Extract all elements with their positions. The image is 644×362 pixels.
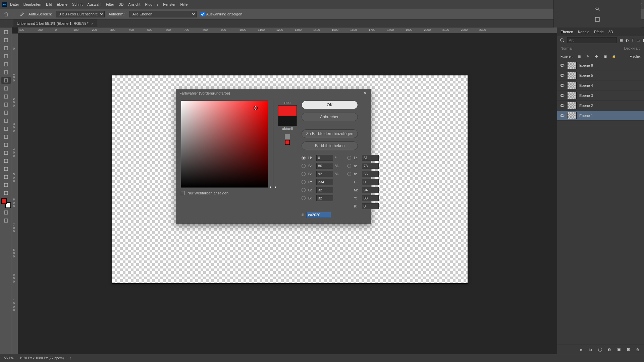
eyedropper-icon[interactable] (18, 11, 24, 17)
sample-size-select[interactable]: 3 x 3 Pixel Durchschnitt (56, 11, 105, 17)
search-icon[interactable] (594, 6, 600, 12)
menu-3d[interactable]: 3D (119, 2, 123, 6)
input-H[interactable] (316, 155, 333, 161)
cancel-button[interactable]: Abbrechen (302, 113, 358, 121)
menu-ansicht[interactable]: Ansicht (128, 2, 140, 6)
input-G[interactable] (316, 187, 333, 193)
menu-auswahl[interactable]: Auswahl (87, 2, 101, 6)
frame-tool[interactable] (1, 69, 11, 76)
dialog-close-icon[interactable]: ✕ (363, 91, 367, 96)
layer-row[interactable]: Ebene 1 (557, 111, 644, 121)
show-ring-checkbox[interactable]: Auswahlring anzeigen (201, 12, 243, 16)
saturation-brightness-field[interactable] (181, 101, 268, 188)
visibility-icon[interactable] (560, 103, 565, 108)
hue-slider[interactable] (273, 101, 273, 188)
filter-pixel-icon[interactable]: ▦ (620, 37, 623, 43)
marquee-tool[interactable] (1, 37, 11, 44)
websafe-swatch[interactable] (285, 140, 290, 145)
lock-position-icon[interactable]: ✥ (593, 53, 599, 59)
input-a[interactable] (362, 163, 379, 169)
type-tool[interactable] (1, 158, 11, 164)
radio-b[interactable] (347, 172, 351, 176)
blend-mode[interactable]: Normal (560, 46, 572, 50)
web-colors-only[interactable]: Nur Webfarben anzeigen (181, 191, 268, 195)
gamut-warning-icon[interactable] (285, 134, 290, 139)
layer-row[interactable]: Ebene 3 (557, 90, 644, 101)
panel-tab-ebenen[interactable]: Ebenen (560, 30, 573, 34)
input-S[interactable] (316, 163, 333, 169)
sample-layers-select[interactable]: Alle Ebenen (129, 11, 197, 17)
layer-row[interactable]: Ebene 6 (557, 60, 644, 70)
group-icon[interactable]: ▣ (616, 347, 622, 353)
menu-filter[interactable]: Filter (106, 2, 114, 6)
visibility-icon[interactable] (560, 93, 565, 98)
menu-datei[interactable]: Datei (10, 2, 19, 6)
radio-Bv[interactable] (302, 172, 306, 176)
radio-H[interactable] (302, 156, 306, 160)
new-layer-icon[interactable]: ⊞ (625, 347, 631, 353)
dialog-titlebar[interactable]: Farbwähler (Vordergrundfarbe) ✕ (176, 89, 371, 97)
history-tool[interactable] (1, 109, 11, 116)
fx-icon[interactable]: fx (588, 347, 594, 353)
heal-tool[interactable] (1, 85, 11, 92)
adjustment-icon[interactable]: ◐ (606, 347, 612, 353)
radio-Bc[interactable] (302, 196, 306, 200)
foreground-background-colors[interactable] (1, 198, 11, 208)
workspace-icon[interactable] (594, 16, 600, 22)
menu-ebene[interactable]: Ebene (57, 2, 67, 6)
chevron-right-icon[interactable]: 〉 (70, 356, 73, 361)
search-icon[interactable] (560, 37, 565, 43)
radio-S[interactable] (302, 164, 306, 168)
mask-icon[interactable]: ◯ (597, 347, 603, 353)
eyedropper-tool[interactable] (1, 77, 11, 84)
radio-a[interactable] (347, 164, 351, 168)
lock-all-icon[interactable]: 🔒 (611, 53, 617, 59)
menu-plug-ins[interactable]: Plug-ins (145, 2, 158, 6)
lasso-tool[interactable] (1, 45, 11, 52)
input-M[interactable] (362, 187, 379, 193)
stamp-tool[interactable] (1, 101, 11, 108)
layer-row[interactable]: Ebene 5 (557, 70, 644, 80)
input-b[interactable] (362, 171, 379, 177)
visibility-icon[interactable] (560, 73, 565, 78)
dodge-tool[interactable] (1, 141, 11, 148)
lock-transparent-icon[interactable]: ▦ (576, 53, 582, 59)
visibility-icon[interactable] (560, 83, 565, 88)
move-tool[interactable] (1, 29, 11, 36)
panel-tab-3d[interactable]: 3D (608, 30, 613, 34)
gradient-tool[interactable] (1, 125, 11, 132)
radio-R[interactable] (302, 180, 306, 184)
radio-G[interactable] (302, 188, 306, 192)
filter-smart-icon[interactable]: ◧ (643, 37, 644, 43)
input-R[interactable] (316, 179, 333, 185)
filter-type-icon[interactable]: T (632, 37, 634, 43)
trash-icon[interactable]: 🗑 (635, 347, 641, 353)
layer-row[interactable]: Ebene 4 (557, 80, 644, 90)
panel-tab-pfade[interactable]: Pfade (594, 30, 604, 34)
crop-tool[interactable] (1, 61, 11, 68)
lock-artboard-icon[interactable]: ▣ (602, 53, 608, 59)
path-tool[interactable] (1, 166, 11, 172)
close-tab-icon[interactable]: × (91, 21, 93, 25)
menu-hilfe[interactable]: Hilfe (180, 2, 187, 6)
eraser-tool[interactable] (1, 117, 11, 124)
zoom-tool[interactable] (1, 190, 11, 196)
pen-tool[interactable] (1, 149, 11, 156)
menu-bild[interactable]: Bild (46, 2, 52, 6)
brush-tool[interactable] (1, 93, 11, 100)
workspace[interactable]: Farbwähler (Vordergrundfarbe) ✕ Nur Webf… (18, 34, 557, 354)
sb-cursor[interactable] (254, 106, 257, 110)
wand-tool[interactable] (1, 53, 11, 60)
input-C[interactable] (362, 179, 379, 185)
checkbox-icon[interactable] (181, 191, 185, 195)
layer-row[interactable]: Ebene 2 (557, 101, 644, 111)
visibility-icon[interactable] (560, 113, 565, 118)
cloud-icon[interactable] (594, 0, 600, 1)
home-icon[interactable] (3, 11, 9, 17)
input-Bc[interactable] (316, 195, 333, 201)
filter-shape-icon[interactable]: ▭ (637, 37, 640, 43)
panel-tab-kanäle[interactable]: Kanäle (578, 30, 589, 34)
lock-pixels-icon[interactable]: ✎ (585, 53, 591, 59)
edit-mode[interactable] (1, 209, 11, 216)
link-icon[interactable]: ∞ (578, 347, 584, 353)
